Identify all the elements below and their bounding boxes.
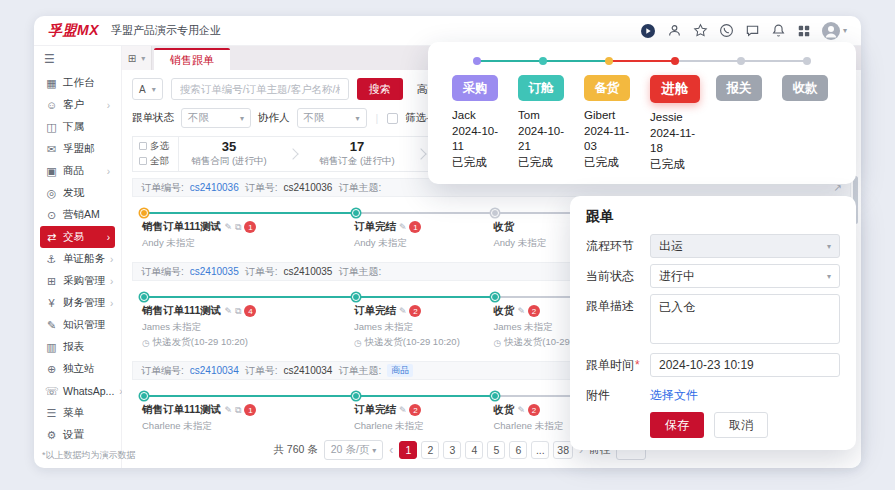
star-icon[interactable] xyxy=(693,23,708,38)
sidebar-item[interactable]: ✉ 孚盟邮 › xyxy=(40,138,115,160)
tracking-step[interactable]: 订单完结 ✎ ⧉ 2 James 未指定 ◷快递发货(10-29 10:20) xyxy=(352,291,492,351)
form-row-description: 跟单描述 已入仓 xyxy=(586,294,840,347)
edit-icon[interactable]: ✎ xyxy=(517,306,525,316)
copy-icon[interactable]: ⧉ xyxy=(235,306,241,317)
attachment-label: 附件 xyxy=(586,383,650,404)
sidebar-item-label: 营销AM xyxy=(63,208,100,222)
page-button[interactable]: 5 xyxy=(487,441,505,459)
tracking-step[interactable]: 订单完结 ✎ ⧉ 2 Charlene 未指定 ◷快递发货(10-28 13:1… xyxy=(352,390,492,434)
stage-value: 出运 xyxy=(659,238,683,255)
step-assignee: Andy 未指定 xyxy=(142,237,346,250)
select-all-option[interactable]: 全部 xyxy=(139,155,178,168)
multi-select-option[interactable]: 多选 xyxy=(139,140,178,153)
support-icon[interactable] xyxy=(640,23,656,39)
progress-step-button[interactable]: 备货 xyxy=(584,75,630,101)
time-input[interactable] xyxy=(650,353,840,377)
page-button[interactable]: 3 xyxy=(443,441,461,459)
stat-tab[interactable]: 35 销售合同 (进行中) xyxy=(179,140,279,168)
stat-count: 35 xyxy=(222,140,236,155)
copy-icon[interactable]: ⧉ xyxy=(235,222,241,233)
step-assignee: Charlene 未指定 xyxy=(354,420,486,433)
sidebar-item[interactable]: ▥ 报表 › xyxy=(40,336,115,358)
notification-badge: 2 xyxy=(528,305,540,317)
edit-icon[interactable]: ✎ xyxy=(224,222,232,232)
page-button[interactable]: 4 xyxy=(465,441,483,459)
order-no-link[interactable]: cs2410036 xyxy=(190,182,239,193)
page-button[interactable]: ... xyxy=(531,441,549,459)
chevron-down-icon: ▾ xyxy=(240,114,244,123)
progress-step-button[interactable]: 订舱 xyxy=(518,75,564,101)
choose-file-link[interactable]: 选择文件 xyxy=(650,383,698,404)
progress-step-body: 报关 xyxy=(716,75,766,101)
app-logo: 孚盟MX xyxy=(48,22,99,40)
edit-icon[interactable]: ✎ xyxy=(224,306,232,316)
edit-icon[interactable]: ✎ xyxy=(399,222,407,232)
sidebar-item[interactable]: ☺ 客户 › xyxy=(40,94,115,116)
edit-icon[interactable]: ✎ xyxy=(399,405,407,415)
save-button[interactable]: 保存 xyxy=(650,412,704,438)
sidebar-item-label: 商品 xyxy=(63,164,84,178)
bell-icon[interactable] xyxy=(771,23,786,38)
apps-icon[interactable] xyxy=(797,24,811,38)
description-textarea[interactable]: 已入仓 xyxy=(650,294,840,344)
progress-step-button[interactable]: 报关 xyxy=(716,75,762,101)
sidebar-item[interactable]: ▦ 工作台 › xyxy=(40,72,115,94)
sort-select-value: A xyxy=(139,84,146,95)
order-no-link[interactable]: cs2410035 xyxy=(190,266,239,277)
sidebar-item[interactable]: ◫ 下属 › xyxy=(40,116,115,138)
progress-step-button[interactable]: 采购 xyxy=(452,75,498,101)
edit-icon[interactable]: ✎ xyxy=(224,405,232,415)
sidebar-item-icon: ▦ xyxy=(45,77,58,90)
collaborator-filter-select[interactable]: 不限▾ xyxy=(297,108,367,128)
tab-sales-tracking[interactable]: 销售跟单 xyxy=(154,48,230,70)
step-title-row: 订单完结 ✎ ⧉ 1 xyxy=(354,220,486,234)
whatsapp-icon[interactable] xyxy=(719,23,734,38)
sidebar-item[interactable]: ⊞ 采购管理 › xyxy=(40,270,115,292)
cancel-button[interactable]: 取消 xyxy=(714,412,768,438)
sidebar-item[interactable]: ⊙ 营销AM › xyxy=(40,204,115,226)
related-checkbox[interactable] xyxy=(387,113,398,124)
sidebar-item[interactable]: ✎ 知识管理 › xyxy=(40,314,115,336)
prev-page-button[interactable]: ‹ xyxy=(389,443,393,457)
page-button[interactable]: 1 xyxy=(399,441,417,459)
page-button[interactable]: 2 xyxy=(421,441,439,459)
sidebar-item[interactable]: ▣ 商品 › xyxy=(40,160,115,182)
sidebar-item[interactable]: ☏ WhatsAp... › xyxy=(40,380,115,402)
stage-select[interactable]: 出运▾ xyxy=(650,234,840,258)
per-page-select[interactable]: 20 条/页▾ xyxy=(324,440,384,460)
progress-status: 已完成 xyxy=(518,155,568,171)
progress-step-button[interactable]: 进舱 xyxy=(650,75,700,103)
sidebar-item[interactable]: ⊕ 独立站 › xyxy=(40,358,115,380)
sidebar-item[interactable]: ⚙ 设置 xyxy=(40,424,115,446)
progress-step-body: 进舱 Jessie 2024-11-18 已完成 xyxy=(650,75,700,172)
sidebar-item[interactable]: ¥ 财务管理 › xyxy=(40,292,115,314)
sidebar-collapse-icon[interactable]: ☰ xyxy=(40,50,115,72)
required-asterisk: * xyxy=(635,358,640,372)
copy-icon[interactable]: ⧉ xyxy=(235,405,241,416)
search-input[interactable] xyxy=(171,78,349,100)
user-icon[interactable] xyxy=(667,23,682,38)
search-button[interactable]: 搜索 xyxy=(357,78,403,100)
current-status-select[interactable]: 进行中▾ xyxy=(650,264,840,288)
sidebar-item[interactable]: ☰ 菜单 xyxy=(40,402,115,424)
tracking-step[interactable]: 销售订单111测试 ✎ ⧉ 4 James 未指定 ◷快递发货(10-29 10… xyxy=(140,291,352,351)
tracking-step[interactable]: 订单完结 ✎ ⧉ 1 Andy 未指定 ◷ xyxy=(352,207,492,252)
tracking-step[interactable]: 销售订单111测试 ✎ ⧉ 1 Charlene 未指定 ◷快递发货(10-28… xyxy=(140,390,352,434)
status-filter-select[interactable]: 不限▾ xyxy=(181,108,251,128)
notification-badge: 1 xyxy=(409,221,421,233)
sidebar-item[interactable]: ◎ 发现 › xyxy=(40,182,115,204)
order-no-link[interactable]: cs2410034 xyxy=(190,365,239,376)
stat-tab[interactable]: 17 销售订金 (进行中) xyxy=(307,140,407,168)
avatar[interactable]: ▾ xyxy=(822,22,847,40)
edit-icon[interactable]: ✎ xyxy=(399,306,407,316)
progress-line-right xyxy=(675,60,708,62)
page-button[interactable]: 6 xyxy=(509,441,527,459)
sidebar-item[interactable]: ⚓ 单证船务 › xyxy=(40,248,115,270)
chat-icon[interactable] xyxy=(745,23,760,38)
edit-icon[interactable]: ✎ xyxy=(517,405,525,415)
tab-launcher-button[interactable]: ⊞▾ xyxy=(122,46,152,70)
tracking-step[interactable]: 销售订单111测试 ✎ ⧉ 1 Andy 未指定 ◷ xyxy=(140,207,352,252)
sidebar-item[interactable]: ⇄ 交易 › xyxy=(40,226,115,248)
progress-step-button[interactable]: 收款 xyxy=(782,75,828,101)
sort-select[interactable]: A▾ xyxy=(132,78,163,100)
